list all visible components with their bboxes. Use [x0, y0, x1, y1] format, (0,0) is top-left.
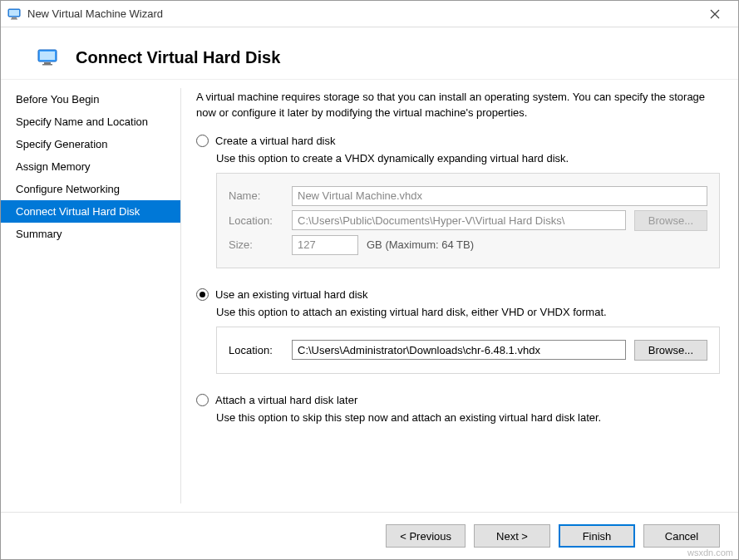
previous-button[interactable]: < Previous [386, 524, 466, 548]
sidebar-step-assign-memory[interactable]: Assign Memory [1, 155, 180, 178]
create-size-label: Size: [229, 238, 283, 251]
option-existing-label: Use an existing virtual hard disk [215, 288, 368, 301]
option-later-desc: Use this option to skip this step now an… [216, 411, 720, 424]
create-size-hint: GB (Maximum: 64 TB) [367, 238, 474, 251]
create-location-label: Location: [229, 214, 283, 227]
existing-location-field[interactable]: C:\Users\Administrator\Downloads\chr-6.4… [292, 340, 626, 360]
sidebar-step-before-you-begin[interactable]: Before You Begin [1, 88, 180, 111]
option-existing-desc: Use this option to attach an existing vi… [216, 306, 720, 318]
svg-rect-9 [42, 64, 52, 66]
footer: < Previous Next > Finish Cancel [1, 512, 738, 559]
radio-existing[interactable] [196, 288, 209, 301]
panel-create: Name: New Virtual Machine.vhdx Location:… [216, 173, 720, 268]
create-size-field: 127 [292, 235, 358, 255]
option-later: Attach a virtual hard disk later Use thi… [196, 394, 720, 424]
sidebar-step-configure-networking[interactable]: Configure Networking [1, 178, 180, 200]
cancel-button[interactable]: Cancel [643, 524, 720, 548]
sidebar-step-summary[interactable]: Summary [1, 223, 180, 245]
svg-rect-7 [40, 52, 55, 60]
option-existing: Use an existing virtual hard disk Use th… [196, 288, 720, 374]
panel-existing: Location: C:\Users\Administrator\Downloa… [216, 327, 720, 374]
create-browse-button: Browse... [634, 210, 707, 231]
svg-rect-3 [11, 18, 17, 19]
sidebar-step-connect-vhd[interactable]: Connect Virtual Hard Disk [1, 200, 180, 223]
close-button[interactable] [698, 1, 732, 27]
intro-text: A virtual machine requires storage so th… [196, 90, 720, 121]
wizard-header: Connect Virtual Hard Disk [1, 27, 738, 79]
create-name-label: Name: [229, 189, 283, 202]
header-icon [37, 47, 57, 67]
window-title: New Virtual Machine Wizard [27, 7, 163, 20]
page-title: Connect Virtual Hard Disk [76, 48, 280, 67]
create-name-field: New Virtual Machine.vhdx [292, 186, 707, 206]
create-location-field: C:\Users\Public\Documents\Hyper-V\Virtua… [292, 210, 626, 230]
content-pane: A virtual machine requires storage so th… [181, 80, 738, 512]
svg-rect-8 [44, 62, 51, 64]
finish-button[interactable]: Finish [559, 524, 635, 548]
sidebar: Before You Begin Specify Name and Locati… [1, 80, 180, 512]
wizard-body: Before You Begin Specify Name and Locati… [1, 79, 738, 512]
sidebar-step-specify-generation[interactable]: Specify Generation [1, 133, 180, 155]
svg-rect-2 [12, 17, 17, 19]
next-button[interactable]: Next > [474, 524, 550, 548]
svg-rect-1 [9, 10, 19, 16]
watermark: wsxdn.com [687, 548, 733, 558]
radio-create[interactable] [196, 135, 209, 147]
existing-browse-button[interactable]: Browse... [634, 340, 707, 361]
radio-later[interactable] [196, 394, 209, 406]
option-create: Create a virtual hard disk Use this opti… [196, 135, 720, 268]
existing-location-label: Location: [229, 344, 283, 356]
option-later-label: Attach a virtual hard disk later [215, 394, 357, 406]
option-create-desc: Use this option to create a VHDX dynamic… [216, 152, 720, 165]
wizard-window: New Virtual Machine Wizard Connect Virtu… [0, 0, 739, 560]
app-icon [7, 7, 21, 21]
sidebar-step-specify-name[interactable]: Specify Name and Location [1, 111, 180, 133]
option-create-label: Create a virtual hard disk [215, 135, 336, 147]
titlebar: New Virtual Machine Wizard [1, 1, 738, 27]
